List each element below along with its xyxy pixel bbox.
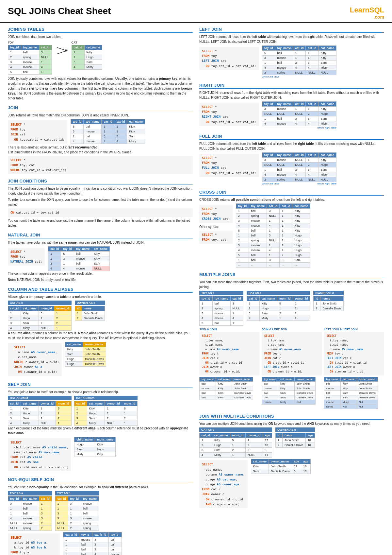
sjct-td: 2 [8,411,21,416]
cjr-td: 2 [236,238,249,243]
logo-text: LearnSQL [350,6,384,14]
rjr-th: toy_name [275,102,293,107]
ner-th: toy_a [79,532,92,537]
mc-cat-wrap: CAT AS c cat_id cat_name mom_id owner_id… [199,427,272,458]
ner-td: mouse [108,552,122,555]
mjct-td: 2 [247,306,259,311]
mcr-td: 17 [292,464,301,469]
mcot-th: name [283,433,306,438]
self-join-result: child_name mom_name HugoKitty SamHugo Mi… [74,437,116,457]
full-join-result-wrap: toy_id toy_name cat_id cat_id cat_name 3… [262,152,336,185]
jljr-td: Danielle Davis [294,395,315,400]
self-join-code: SELECT child.cat_name AS child_name, mom… [8,438,71,471]
logo-accent: SQL [369,6,384,14]
jljr-td: John Smith [294,382,315,386]
sjmt-th: cat_id [74,401,87,406]
sjmt-td: Hugo [87,411,105,416]
cross-join-content: SELECT * FROM toy CROSS JOIN cat; Other … [199,203,384,268]
ner-td: ball [79,547,92,552]
cjr-td: 1 [267,228,280,233]
toy-a-table: toy_id toy_name cat_id 3mouse1 1ball1 1b… [8,496,52,531]
sjct-td: 5 [56,406,72,411]
ljr-td: 4 [293,65,306,70]
sjr-td: Misty [74,452,95,457]
fjr-td: Kitty [318,158,336,163]
ner-td: 1 [63,552,79,555]
section-cross-join: CROSS JOIN CROSS JOIN returns all possib… [199,190,384,268]
jjr-td: Sam [216,391,232,395]
act-td: 2 [54,321,72,325]
right-column: LEFT JOIN LEFT JOIN returns all rows fro… [199,27,384,555]
rjr-td: mouse [275,121,293,126]
cjr-td: 1 [267,243,280,248]
natural-join-content: SELECT * FROM toy NATURAL JOIN cat; cat_… [8,246,193,271]
self-join-code-result: SELECT child.cat_name AS child_name, mom… [8,437,193,473]
toy-table: toy_id toy_name cat_id 1ball3 2springNUL… [8,45,52,75]
jljr-th: cat_name [278,377,295,382]
mjct-th: owner_id [293,296,310,301]
njr-td: 5 [61,251,74,256]
cjr-td: 1 [236,209,249,214]
fjr-td: 2 [262,177,275,182]
fjr-td: NULL [293,158,306,163]
tbt-td: ball [81,506,99,511]
section-joining-tables: JOINING TABLES JOIN combines data from t… [8,27,193,101]
ljr-td: Misty [318,65,336,70]
toy-a-label: TOY AS a [8,491,52,495]
fjr-td: Misty [318,172,336,177]
ljr-td: mouse [275,56,293,61]
aliases-cat-wrap: CAT AS c cat_id cat_name mom_id owner_id… [8,301,72,331]
ljr-td: NULL [306,70,318,75]
mcct-td: Sam [212,448,230,453]
ljr-td: 2 [262,70,275,75]
cjr-td: Kitty [292,218,310,223]
join-join-label: JOIN & JOIN [199,328,260,331]
jjr-td: ball [200,395,216,400]
ner-td: 4 [92,552,109,555]
arrow-connector [55,41,68,61]
mjct-td: 1 [293,301,310,306]
rjr-td: 1 [306,107,318,112]
join-leftjoin-wrap: JOIN & LEFT JOIN SELECT t.toy_name, c.ca… [262,328,322,405]
ner-td: 3 [92,547,109,552]
cat-td: Sam [84,60,102,65]
act-td: NULL [39,325,54,330]
ljr-td: 1 [306,51,318,56]
section-full-join: FULL JOIN FULL JOIN returns all rows fro… [199,134,384,185]
full-join-result: toy_id toy_name cat_id cat_id cat_name 3… [262,152,336,182]
njr-td: Kitty [92,251,110,256]
toy-th-catid: cat_id [39,45,52,50]
tbt-th: cat_id [55,496,68,501]
ljr-td: mouse [275,65,293,70]
mcr-td: Danielle Davis [269,469,292,474]
jrt-td: Sam [127,134,145,139]
non-equi-result: cat_a_id toy_a cat_b_id toy_b 1mouse3bal… [63,532,122,555]
ner-td: ball [108,537,122,542]
cross-join-code1: SELECT * FROM toy CROSS JOIN cat; [199,205,233,223]
rjr-td: Hugo [318,112,336,116]
join-conditions-title: JOIN CONDITIONS [8,179,193,184]
toy-td: 4 [39,65,52,70]
sjmt-td: 1 [122,421,138,425]
tbt-td: NULL [55,526,68,530]
leftjoin-leftjoin-wrap: LEFT JOIN & LEFT JOIN SELECT t.toy_name,… [324,328,384,409]
cross-join-title: CROSS JOIN [199,190,384,196]
sjmt-td: Sam [87,416,105,421]
cat-td: Kitty [84,50,102,55]
jjr-td: Kitty [216,382,232,386]
mcr-th: cat_name [251,459,269,464]
mcr-th: owner_name [269,459,292,464]
fjr-td: NULL [293,163,306,167]
multiple-conditions-desc: You can use multiple JOIN conditions usi… [199,421,384,426]
mj-cat-wrap: CAT AS c cat_id cat_name mom_id owner_id… [247,291,310,321]
cjr-td: spring [249,214,267,218]
ner-td: 1 [63,542,79,547]
jjr-td: Sam [216,395,232,400]
ner-td: ball [108,542,122,547]
tbt-td: 3 [55,516,68,521]
jljr-td: John Smith [294,386,315,391]
cjr-td: 3 [236,243,249,248]
section-non-equi: NON-EQUI SELF JOIN You can use a non-equ… [8,477,193,555]
ner-th: toy_b [108,532,122,537]
rjr-td: mouse [275,107,293,112]
